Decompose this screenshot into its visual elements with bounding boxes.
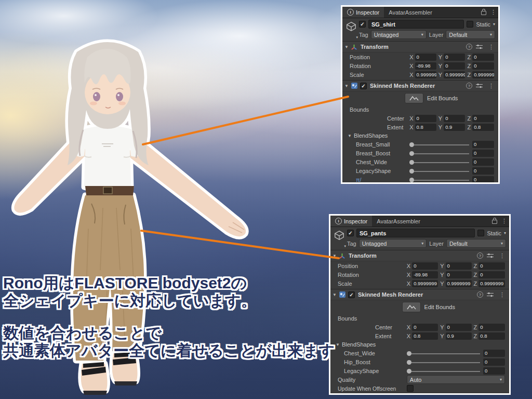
blendshape-slider[interactable] [409,176,470,183]
active-checkbox[interactable]: ✓ [347,230,354,236]
tab-inspector[interactable]: i Inspector [330,216,372,227]
foldout-icon[interactable]: ▼ [332,254,337,258]
blendshape-value[interactable]: 0 [472,167,494,175]
blendshape-value[interactable]: 0 [483,358,505,366]
x-field[interactable]: 0 [412,262,438,270]
y-field[interactable]: 0 [444,115,465,122]
blendshape-value[interactable]: 0 [472,176,494,183]
slider-knob[interactable] [409,169,414,174]
presets-icon[interactable] [487,292,494,297]
blendshape-slider[interactable] [409,158,470,166]
z-field[interactable]: 0 [472,54,494,61]
slider-knob[interactable] [409,142,414,147]
x-field[interactable]: 0 [412,324,438,331]
transform-header[interactable]: ▼ Transform ? ⋮ [330,250,509,261]
blendshape-slider[interactable] [407,350,481,357]
static-checkbox[interactable] [477,230,484,236]
x-field[interactable]: 0 [415,54,436,61]
skinned-mesh-renderer-header[interactable]: ▼ ✓ Skinned Mesh Renderer ? ⋮ [342,80,498,91]
tag-dropdown[interactable]: Untagged ▾ [371,30,427,39]
z-field[interactable]: 0.9999999 [478,280,505,287]
presets-icon[interactable] [476,83,483,88]
kebab-menu-icon[interactable]: ⋮ [486,44,496,50]
active-checkbox[interactable]: ✓ [359,21,366,28]
kebab-menu-icon[interactable]: ⋮ [486,83,496,89]
presets-icon[interactable] [487,253,494,258]
z-field[interactable]: 0.8 [472,124,494,131]
slider-knob[interactable] [409,178,414,182]
blendshapes-foldout[interactable]: ▼ BlendShapes [330,340,509,349]
foldout-icon[interactable]: ▼ [332,292,337,297]
y-field[interactable]: 0.9 [444,124,465,131]
gameobject-name-field[interactable]: SG_shirt [368,20,464,29]
slider-track[interactable] [410,153,469,154]
edit-bounds-button[interactable] [405,93,423,103]
presets-icon[interactable] [476,44,483,49]
blendshape-value[interactable]: 0 [483,367,505,375]
gameobject-cube-icon[interactable]: ▾ [332,229,346,248]
foldout-icon[interactable]: ▼ [336,342,340,347]
component-enabled-checkbox[interactable]: ✓ [348,291,355,298]
lock-icon[interactable] [492,220,497,224]
slider-knob[interactable] [407,351,411,356]
skinned-mesh-renderer-header[interactable]: ▼ ✓ Skinned Mesh Renderer ? ⋮ [330,289,509,300]
z-field[interactable]: 0.8 [478,332,505,340]
blendshape-value[interactable]: 0 [472,141,494,148]
quality-dropdown[interactable]: Auto ▾ [407,375,505,384]
help-icon[interactable]: ? [466,44,472,50]
slider-track[interactable] [410,144,469,145]
foldout-icon[interactable]: ▼ [344,45,349,49]
y-field[interactable]: 0 [446,262,472,270]
gameobject-name-field[interactable]: SG_pants [356,229,475,237]
static-dropdown-icon[interactable]: ▾ [493,22,495,26]
slider-track[interactable] [410,180,469,181]
y-field[interactable]: 0 [444,54,465,61]
update-when-offscreen-checkbox[interactable] [407,385,414,392]
blendshape-slider[interactable] [407,367,481,375]
slider-knob[interactable] [409,160,414,165]
edit-bounds-button[interactable] [402,302,421,312]
blendshape-slider[interactable] [409,141,470,148]
component-enabled-checkbox[interactable]: ✓ [360,83,367,89]
slider-track[interactable] [408,362,480,363]
kebab-menu-icon[interactable]: ⋮ [488,9,498,15]
tab-inspector[interactable]: i Inspector [342,7,384,18]
static-checkbox[interactable] [467,21,473,28]
z-field[interactable]: 0.9999999 [472,71,494,78]
slider-track[interactable] [410,162,469,163]
y-field[interactable]: 0.9999999 [446,280,472,287]
gameobject-cube-icon[interactable]: ▾ [344,20,358,39]
tab-avatarassembler[interactable]: AvatarAssembler [372,216,425,227]
help-icon[interactable]: ? [477,252,483,259]
help-icon[interactable]: ? [477,291,483,298]
slider-track[interactable] [408,353,480,354]
kebab-menu-icon[interactable]: ⋮ [497,292,507,298]
blendshape-value[interactable]: 0 [472,150,494,157]
tag-dropdown[interactable]: Untagged ▾ [359,239,427,248]
lock-icon[interactable] [481,11,486,15]
z-field[interactable]: 0 [478,271,505,278]
y-field[interactable]: 0.9 [446,332,472,340]
blendshapes-foldout[interactable]: ▼ BlendShapes [342,131,498,140]
slider-knob[interactable] [407,360,411,365]
y-field[interactable]: 0 [446,324,472,331]
layer-dropdown[interactable]: Default ▾ [446,30,495,39]
foldout-icon[interactable]: ▼ [348,134,352,138]
foldout-icon[interactable]: ▼ [344,84,349,88]
x-field[interactable]: -89.98 [415,62,436,70]
z-field[interactable]: 0 [472,115,494,122]
x-field[interactable]: -89.98 [412,271,438,278]
slider-track[interactable] [410,171,469,172]
y-field[interactable]: 0.9999999 [444,71,465,78]
transform-header[interactable]: ▼ Transform ? ⋮ [342,41,498,52]
x-field[interactable]: 0.9999999 [412,280,438,287]
x-field[interactable]: 0.9999999 [415,71,436,78]
blendshape-slider[interactable] [409,167,470,175]
tab-avatarassembler[interactable]: AvatarAssembler [384,7,437,18]
blendshape-value[interactable]: 0 [472,158,494,166]
blendshape-value[interactable]: 0 [483,350,505,357]
y-field[interactable]: 0 [444,62,465,70]
z-field[interactable]: 0 [478,262,505,270]
kebab-menu-icon[interactable]: ⋮ [497,253,507,259]
slider-knob[interactable] [407,369,411,374]
